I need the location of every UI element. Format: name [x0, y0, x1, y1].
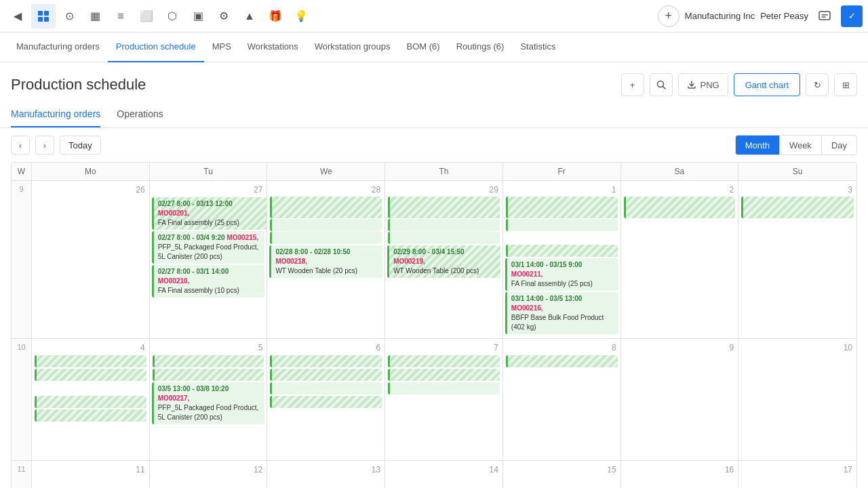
week10-sa: 9: [621, 339, 739, 460]
check-icon[interactable]: ✓: [841, 5, 863, 27]
header-fr: Fr: [503, 163, 621, 180]
week-view-button[interactable]: Week: [780, 136, 822, 155]
calendar: W Mo Tu We Th Fr Sa Su 9 26 27 02/27 8:0…: [11, 162, 857, 488]
date-27: 27: [151, 184, 266, 196]
event-mo00201[interactable]: 02/27 8:00 - 03/13 12:00 MO00201, FA Fin…: [152, 197, 267, 230]
nav-manufacturing-orders[interactable]: Manufacturing orders: [8, 33, 108, 62]
prev-button[interactable]: ‹: [11, 136, 30, 155]
week-9-num: 9: [12, 181, 32, 338]
week11-mo: 11: [32, 461, 150, 488]
svg-rect-3: [44, 17, 49, 22]
date-17: 17: [740, 464, 855, 476]
settings-icon[interactable]: ⚙: [212, 4, 236, 28]
spinner-icon[interactable]: ⊙: [57, 4, 81, 28]
header-we: We: [267, 163, 385, 180]
header-mo: Mo: [32, 163, 150, 180]
header-th: Th: [385, 163, 503, 180]
add-record-button[interactable]: +: [621, 73, 644, 96]
week-10-num: 10: [12, 339, 32, 460]
tab-manufacturing-orders[interactable]: Manufacturing orders: [11, 102, 100, 127]
week11-we: 13: [267, 461, 385, 488]
week9-fr: 1 03/1 14:00 - 03/15 9:00 MO00211, FA Fi…: [503, 181, 621, 338]
secondary-nav: Manufacturing orders Production schedule…: [0, 33, 868, 62]
date-1: 1: [505, 184, 619, 196]
week10-mo: 4: [32, 339, 150, 460]
next-button[interactable]: ›: [35, 136, 54, 155]
date-15: 15: [505, 464, 619, 476]
event-mo00211[interactable]: 03/1 14:00 - 03/15 9:00 MO00211, FA Fina…: [505, 258, 618, 291]
header-week: W: [12, 163, 32, 180]
topbar: ◀ ⊙ ▦ ≡ ⬜ ⬡ ▣ ⚙ ▲ 🎁 💡 + Manufacturing In…: [0, 0, 868, 33]
event-mo00219[interactable]: 02/29 8:00 - 03/4 15:50 MO00219, WT Wood…: [387, 245, 500, 278]
box-icon[interactable]: ⬜: [134, 4, 159, 28]
week10-we: 6: [267, 339, 385, 460]
back-icon[interactable]: ◀: [5, 4, 30, 28]
add-button[interactable]: +: [658, 5, 679, 27]
search-button[interactable]: [650, 73, 673, 96]
week9-we: 28 02/28 8:00 - 02/28 10:50 MO00218, WT …: [267, 181, 385, 338]
day-view-button[interactable]: Day: [822, 136, 856, 155]
list-icon[interactable]: ≡: [108, 4, 133, 28]
nav-statistics[interactable]: Statistics: [512, 33, 564, 62]
event-mo00218[interactable]: 02/28 8:00 - 02/28 10:50 MO00218, WT Woo…: [269, 245, 382, 278]
nav-production-schedule[interactable]: Production schedule: [108, 33, 204, 62]
week10-su: 10: [738, 339, 856, 460]
week9-th: 29 02/29 8:00 - 03/4 15:50 MO00219, WT W…: [385, 181, 503, 338]
date-11-mo: 11: [33, 464, 148, 476]
shield-icon[interactable]: ▲: [237, 4, 262, 28]
nav-workstations[interactable]: Workstations: [239, 33, 307, 62]
download-png-button[interactable]: PNG: [678, 73, 728, 96]
today-button[interactable]: Today: [60, 136, 101, 155]
topbar-icons: ◀ ⊙ ▦ ≡ ⬜ ⬡ ▣ ⚙ ▲ 🎁 💡: [5, 4, 313, 28]
week-9-row: 9 26 27 02/27 8:00 - 03/13 12:00 MO00201…: [12, 181, 856, 339]
hex-icon[interactable]: ⬡: [160, 4, 184, 28]
svg-rect-1: [44, 11, 49, 16]
nav-bom[interactable]: BOM (6): [399, 33, 448, 62]
date-9: 9: [623, 342, 737, 354]
date-12: 12: [151, 464, 266, 476]
content-tabs: Manufacturing orders Operations: [0, 102, 868, 128]
date-6: 6: [269, 342, 383, 354]
nav-mps[interactable]: MPS: [204, 33, 239, 62]
calendar-controls: ‹ › Today Month Week Day: [0, 128, 868, 162]
week-10-row: 10 4 5 03/5 13:00 - 03/8 10:20 MO00217, …: [12, 339, 856, 461]
event-mo00216[interactable]: 03/1 14:00 - 03/5 13:00 MO00216, BBFP Ba…: [505, 292, 618, 334]
week11-th: 14: [385, 461, 503, 488]
refresh-button[interactable]: ↻: [806, 73, 829, 96]
date-5: 5: [151, 342, 266, 354]
folder-icon[interactable]: ▣: [186, 4, 210, 28]
tab-operations[interactable]: Operations: [117, 102, 163, 127]
event-mo00210[interactable]: 02/27 8:00 - 03/1 14:00 MO00210, FA Fina…: [152, 265, 265, 298]
date-26: 26: [33, 184, 148, 196]
event-mo00215[interactable]: 02/27 8:00 - 03/4 9:20 MO00215, PFP_5L P…: [152, 231, 265, 264]
date-14: 14: [387, 464, 501, 476]
page-title: Production schedule: [11, 76, 146, 94]
lightbulb-icon[interactable]: 💡: [289, 4, 313, 28]
user-name: Peter Peasy: [760, 11, 808, 21]
chat-icon[interactable]: [814, 5, 835, 27]
nav-routings[interactable]: Routings (6): [448, 33, 513, 62]
nav-workstation-groups[interactable]: Workstation groups: [307, 33, 399, 62]
date-8: 8: [505, 342, 619, 354]
date-10: 10: [740, 342, 855, 354]
calendar-header: W Mo Tu We Th Fr Sa Su: [12, 163, 856, 181]
view-switcher: Month Week Day: [735, 135, 857, 155]
gantt-chart-button[interactable]: Gantt chart: [734, 73, 800, 96]
calendar-nav: ‹ › Today: [11, 136, 101, 155]
app-icon-active[interactable]: [31, 4, 56, 28]
date-29: 29: [387, 184, 501, 196]
svg-rect-4: [819, 12, 830, 20]
date-13: 13: [269, 464, 383, 476]
png-label: PNG: [701, 80, 719, 90]
month-view-button[interactable]: Month: [736, 136, 780, 155]
week9-tu: 27 02/27 8:00 - 03/13 12:00 MO00201, FA …: [150, 181, 268, 338]
week9-sa: 2: [621, 181, 739, 338]
week11-tu: 12: [150, 461, 268, 488]
event-mo00217[interactable]: 03/5 13:00 - 03/8 10:20 MO00217, PFP_5L …: [152, 382, 265, 424]
grid-icon[interactable]: ▦: [83, 4, 107, 28]
gantt-label: Gantt chart: [745, 80, 789, 90]
grid-view-button[interactable]: ⊞: [834, 73, 857, 96]
week-11-num: 11: [12, 461, 32, 488]
gift-icon[interactable]: 🎁: [263, 4, 288, 28]
header-actions: + PNG Gantt chart ↻ ⊞: [621, 73, 857, 96]
